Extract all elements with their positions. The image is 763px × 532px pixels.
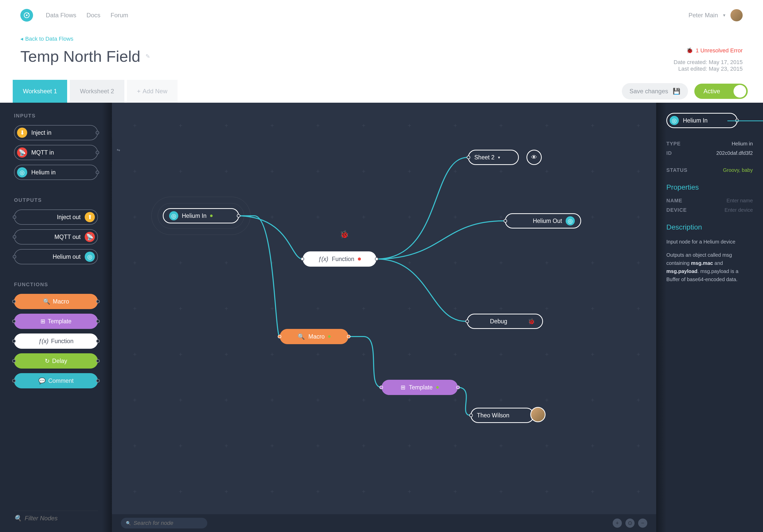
- status-dot-icon: [436, 386, 439, 389]
- inputs-section-label: INPUTS: [14, 113, 98, 119]
- node-template[interactable]: ⊞ Template: [382, 380, 458, 395]
- palette-inject-out[interactable]: Inject out⬆: [14, 210, 98, 225]
- search-icon: 🔍: [297, 333, 305, 340]
- type-label: TYPE: [666, 141, 681, 147]
- flow-canvas[interactable]: ◎ Helium In 🐞 ƒ(x) Function Sheet 2 ▾ 👁 …: [112, 103, 656, 532]
- caret-left-icon: ◂: [20, 36, 23, 42]
- user-menu-caret-icon[interactable]: ▾: [723, 13, 725, 18]
- node-macro[interactable]: 🔍 Macro: [280, 329, 349, 344]
- zoom-fit-button[interactable]: ⊙: [625, 518, 635, 528]
- status-dot-icon: [358, 257, 361, 261]
- palette-comment[interactable]: 💬Comment: [14, 373, 98, 389]
- unresolved-error-badge[interactable]: 🐞 1 Unresolved Error: [674, 47, 743, 54]
- date-edited: Last edited: May 23, 2015: [674, 65, 743, 72]
- search-icon: 🔍: [126, 521, 131, 526]
- search-icon: 🔍: [43, 298, 51, 305]
- inject-out-icon: ⬆: [85, 212, 95, 222]
- name-input[interactable]: Enter name: [727, 198, 753, 204]
- fx-icon: ƒ(x): [39, 338, 49, 345]
- canvas-toolbar: 🔍 + ⊙ −: [112, 514, 656, 532]
- helium-out-icon: ◎: [85, 252, 95, 262]
- preview-eye-button[interactable]: 👁: [526, 150, 542, 165]
- nav-forum[interactable]: Forum: [111, 12, 128, 19]
- save-icon: 💾: [673, 88, 680, 95]
- palette-filter[interactable]: 🔍: [14, 511, 98, 522]
- canvas-grid: [112, 103, 656, 532]
- cube-icon: ⊞: [400, 384, 405, 391]
- nav-dataflows[interactable]: Data Flows: [46, 12, 76, 19]
- description-line-2: Outputs an object called msg containing …: [666, 251, 753, 283]
- node-function[interactable]: ƒ(x) Function: [303, 251, 377, 267]
- selected-node-chip: ◎ Helium In: [666, 113, 737, 128]
- status-label: STATUS: [666, 167, 688, 173]
- description-line-1: Input node for a Helium device: [666, 238, 753, 246]
- description-heading: Description: [666, 223, 753, 231]
- node-search[interactable]: 🔍: [121, 518, 207, 528]
- helium-icon: ◎: [169, 211, 178, 221]
- connector-line: [727, 121, 763, 121]
- node-search-input[interactable]: [134, 520, 204, 526]
- palette-mqtt-in[interactable]: 📡MQTT in: [14, 145, 98, 160]
- bug-icon: 🐞: [528, 318, 535, 325]
- zoom-out-button[interactable]: −: [638, 518, 647, 528]
- device-input[interactable]: Enter device: [724, 207, 753, 213]
- svg-rect-3: [112, 103, 656, 532]
- tab-worksheet-2[interactable]: Worksheet 2: [70, 80, 124, 103]
- search-icon: 🔍: [14, 515, 22, 522]
- back-link[interactable]: ◂Back to Data Flows: [20, 36, 743, 42]
- palette-template[interactable]: ⊞Template: [14, 314, 98, 329]
- bug-icon: 🐞: [340, 230, 349, 239]
- comment-icon: 💬: [39, 378, 46, 384]
- properties-heading: Properties: [666, 183, 753, 191]
- palette-delay[interactable]: ↻Delay: [14, 353, 98, 369]
- page-title: Temp North Field: [20, 47, 140, 65]
- toggle-knob: [733, 85, 746, 98]
- id-value: 202c0daf.dfd3f2: [716, 150, 753, 156]
- bug-icon: 🐞: [686, 47, 693, 54]
- status-dot-icon: [210, 215, 213, 217]
- inject-icon: ⬇: [17, 128, 27, 138]
- active-toggle[interactable]: Active: [694, 84, 748, 99]
- id-label: ID: [666, 150, 672, 156]
- palette-filter-input[interactable]: [25, 515, 101, 522]
- functions-section-label: FUNCTIONS: [14, 282, 98, 288]
- node-palette: INPUTS ⬇Inject in 📡MQTT in ◎Helium in OU…: [0, 103, 112, 532]
- refresh-icon: ↻: [45, 358, 50, 365]
- status-value: Groovy, baby: [723, 167, 753, 173]
- palette-helium-in[interactable]: ◎Helium in: [14, 165, 98, 180]
- node-user-theo[interactable]: Theo Wilson: [471, 408, 534, 423]
- palette-function[interactable]: ƒ(x)Function: [14, 333, 98, 349]
- helium-icon: ◎: [17, 167, 27, 177]
- palette-macro[interactable]: 🔍Macro: [14, 294, 98, 309]
- palette-inject-in[interactable]: ⬇Inject in: [14, 125, 98, 140]
- palette-helium-out[interactable]: Helium out◎: [14, 249, 98, 264]
- edit-title-icon[interactable]: ✎: [146, 53, 150, 60]
- mqtt-icon: 📡: [17, 147, 27, 158]
- user-name-label: Peter Main: [689, 12, 718, 19]
- app-logo[interactable]: [20, 9, 33, 22]
- save-changes-button[interactable]: Save changes 💾: [622, 83, 688, 99]
- svg-point-1: [26, 15, 28, 16]
- palette-mqtt-out[interactable]: MQTT out📡: [14, 229, 98, 244]
- device-label: DEVICE: [666, 207, 687, 213]
- date-created: Date created: May 17, 2015: [674, 59, 743, 65]
- nav-docs[interactable]: Docs: [86, 12, 100, 19]
- node-debug[interactable]: Debug 🐞: [467, 314, 543, 329]
- user-avatar-theo: [530, 407, 546, 422]
- caret-down-icon: ▾: [498, 155, 500, 160]
- helium-icon: ◎: [670, 116, 679, 125]
- cube-icon: ⊞: [41, 318, 45, 325]
- type-value: Helium in: [732, 141, 753, 147]
- node-sheet2[interactable]: Sheet 2 ▾: [468, 150, 519, 165]
- inspector-panel: i 🐞 ◎ Helium In TYPEHelium in ID202c0daf…: [656, 103, 763, 532]
- zoom-in-button[interactable]: +: [613, 518, 622, 528]
- mqtt-out-icon: 📡: [85, 232, 95, 242]
- node-helium-in[interactable]: ◎ Helium In: [163, 208, 239, 223]
- node-helium-out[interactable]: Helium Out ◎: [505, 213, 581, 228]
- tab-worksheet-1[interactable]: Worksheet 1: [13, 80, 67, 103]
- status-dot-icon: [328, 335, 331, 338]
- helium-icon: ◎: [566, 216, 575, 225]
- tab-add-new[interactable]: +Add New: [127, 80, 177, 103]
- outputs-section-label: OUTPUTS: [14, 197, 98, 203]
- user-avatar[interactable]: [730, 9, 743, 21]
